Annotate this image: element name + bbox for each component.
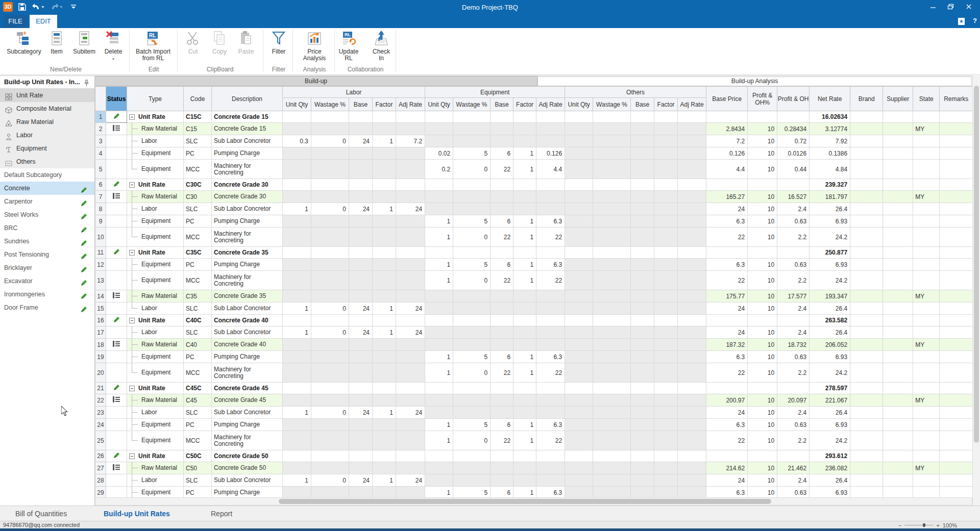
value-cell[interactable] bbox=[631, 179, 654, 191]
table-row[interactable]: 22Raw MaterialC45Concrete Grade 45200.97… bbox=[95, 394, 973, 407]
value-cell[interactable] bbox=[396, 215, 425, 227]
value-cell[interactable] bbox=[311, 351, 349, 363]
remarks-cell[interactable] bbox=[940, 474, 972, 487]
value-cell[interactable] bbox=[453, 135, 491, 147]
table-row[interactable]: 14Raw MaterialC35Concrete Grade 35175.77… bbox=[95, 290, 973, 302]
supplier-cell[interactable] bbox=[883, 474, 913, 487]
value-cell[interactable] bbox=[654, 203, 678, 215]
net-rate-cell[interactable]: 24.2 bbox=[810, 431, 850, 450]
column-subheader-wastage-[interactable]: Wastage % bbox=[453, 98, 491, 111]
value-cell[interactable]: 22 bbox=[491, 271, 513, 290]
supplier-cell[interactable] bbox=[883, 394, 913, 407]
value-cell[interactable] bbox=[283, 123, 311, 135]
value-cell[interactable]: 1 bbox=[425, 271, 453, 290]
value-cell[interactable]: 1 bbox=[513, 431, 536, 450]
profit-oh-pct-cell[interactable]: 10 bbox=[748, 407, 777, 419]
value-cell[interactable]: 24 bbox=[349, 135, 373, 147]
value-cell[interactable] bbox=[654, 487, 678, 498]
description-cell[interactable]: Sub Labor Concretor bbox=[212, 326, 283, 339]
table-row[interactable]: 2Raw MaterialC15Concrete Grade 152.84341… bbox=[95, 123, 973, 135]
value-cell[interactable] bbox=[678, 419, 706, 431]
value-cell[interactable] bbox=[349, 191, 373, 203]
profit-oh-pct-cell[interactable]: 10 bbox=[748, 123, 777, 135]
value-cell[interactable]: 1 bbox=[425, 227, 453, 247]
remarks-cell[interactable] bbox=[940, 462, 972, 474]
supplier-cell[interactable] bbox=[883, 407, 913, 419]
value-cell[interactable] bbox=[349, 227, 373, 247]
type-cell[interactable]: Equipment bbox=[127, 363, 184, 383]
value-cell[interactable] bbox=[678, 394, 706, 407]
value-cell[interactable] bbox=[631, 247, 654, 259]
value-cell[interactable] bbox=[311, 227, 349, 247]
description-cell[interactable]: Machinery for Concreting bbox=[212, 431, 283, 450]
profit-oh-cell[interactable] bbox=[777, 179, 810, 191]
status-cell[interactable] bbox=[106, 487, 127, 498]
value-cell[interactable] bbox=[565, 431, 593, 450]
value-cell[interactable]: 5 bbox=[453, 259, 491, 271]
type-cell[interactable]: Unit Rate bbox=[127, 247, 184, 259]
code-cell[interactable]: PC bbox=[184, 259, 212, 271]
state-cell[interactable] bbox=[913, 179, 940, 191]
code-cell[interactable]: MCC bbox=[184, 160, 212, 179]
value-cell[interactable] bbox=[491, 247, 513, 259]
table-row[interactable]: 25EquipmentMCCMachinery for Concreting10… bbox=[95, 431, 973, 450]
remarks-cell[interactable] bbox=[940, 160, 972, 179]
description-cell[interactable]: Concrete Grade 50 bbox=[212, 450, 283, 462]
state-cell[interactable] bbox=[913, 147, 940, 160]
net-rate-cell[interactable]: 250.877 bbox=[810, 247, 850, 259]
description-cell[interactable]: Pumping Charge bbox=[212, 351, 283, 363]
profit-oh-cell[interactable]: 0.63 bbox=[777, 351, 810, 363]
value-cell[interactable] bbox=[513, 474, 536, 487]
value-cell[interactable] bbox=[536, 247, 565, 259]
profit-oh-cell[interactable]: 17.577 bbox=[777, 290, 810, 302]
value-cell[interactable] bbox=[678, 474, 706, 487]
value-cell[interactable]: 1 bbox=[373, 302, 396, 315]
value-cell[interactable] bbox=[513, 462, 536, 474]
value-cell[interactable]: 24 bbox=[349, 326, 373, 339]
value-cell[interactable] bbox=[593, 111, 631, 123]
value-cell[interactable] bbox=[396, 431, 425, 450]
value-cell[interactable]: 0 bbox=[453, 160, 491, 179]
description-cell[interactable]: Pumping Charge bbox=[212, 419, 283, 431]
value-cell[interactable] bbox=[631, 383, 654, 394]
brand-cell[interactable] bbox=[850, 487, 883, 498]
base-price-cell[interactable] bbox=[706, 450, 748, 462]
value-cell[interactable] bbox=[373, 394, 396, 407]
value-cell[interactable] bbox=[593, 259, 631, 271]
horizontal-scrollbar[interactable] bbox=[95, 497, 972, 505]
value-cell[interactable]: 24 bbox=[396, 203, 425, 215]
value-cell[interactable] bbox=[311, 487, 349, 498]
remarks-cell[interactable] bbox=[940, 191, 972, 203]
value-cell[interactable]: 24 bbox=[349, 474, 373, 487]
value-cell[interactable] bbox=[453, 123, 491, 135]
column-group-labor[interactable]: Labor bbox=[283, 87, 425, 98]
supplier-cell[interactable] bbox=[883, 160, 913, 179]
value-cell[interactable] bbox=[565, 259, 593, 271]
value-cell[interactable] bbox=[536, 326, 565, 339]
value-cell[interactable]: 0 bbox=[311, 203, 349, 215]
bottom-tab-bill-of-quantities[interactable]: Bill of Quantities bbox=[15, 506, 67, 521]
brand-cell[interactable] bbox=[850, 394, 883, 407]
profit-oh-pct-cell[interactable]: 10 bbox=[748, 326, 777, 339]
value-cell[interactable] bbox=[536, 450, 565, 462]
subcategory-button[interactable]: +Subcategory bbox=[4, 29, 44, 55]
value-cell[interactable] bbox=[631, 302, 654, 315]
net-rate-cell[interactable]: 293.612 bbox=[810, 450, 850, 462]
value-cell[interactable] bbox=[678, 431, 706, 450]
table-row[interactable]: 28LaborSLCSub Labor Concretor10241242410… bbox=[95, 474, 973, 487]
value-cell[interactable] bbox=[349, 450, 373, 462]
supplier-cell[interactable] bbox=[883, 259, 913, 271]
remarks-cell[interactable] bbox=[940, 363, 972, 383]
value-cell[interactable] bbox=[536, 191, 565, 203]
value-cell[interactable]: 0 bbox=[311, 302, 349, 315]
value-cell[interactable] bbox=[349, 363, 373, 383]
remarks-cell[interactable] bbox=[940, 271, 972, 290]
status-cell-list[interactable] bbox=[106, 339, 127, 351]
value-cell[interactable]: 4.4 bbox=[536, 160, 565, 179]
zoom-slider-knob[interactable] bbox=[923, 523, 925, 527]
profit-oh-pct-cell[interactable] bbox=[748, 383, 777, 394]
brand-cell[interactable] bbox=[850, 462, 883, 474]
value-cell[interactable] bbox=[631, 407, 654, 419]
value-cell[interactable] bbox=[311, 462, 349, 474]
value-cell[interactable] bbox=[654, 407, 678, 419]
